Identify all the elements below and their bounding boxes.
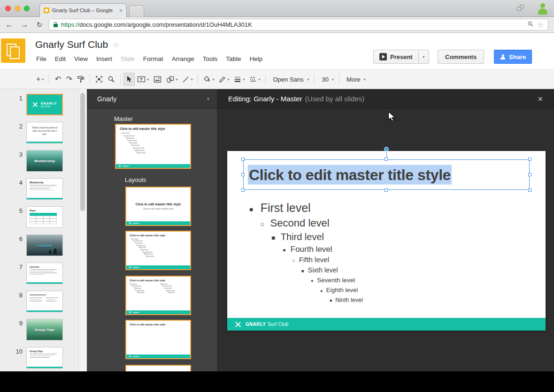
new-tab-button[interactable] — [129, 5, 144, 17]
star-document-icon[interactable]: ☆ — [113, 41, 119, 49]
window-close-button[interactable] — [5, 6, 11, 11]
slide-thumbnail-row-10[interactable]: 10 Group Trips — [0, 347, 78, 369]
more-options-dropdown[interactable]: More ▾ — [342, 73, 368, 86]
master-title-text[interactable]: Click to edit master title style — [248, 166, 452, 183]
font-family-dropdown[interactable]: Open Sans ▾ — [269, 73, 311, 86]
slide-thumbnail-row-8[interactable]: 8 — [0, 291, 78, 313]
slide-6-thumbnail[interactable]: Lessons — [26, 234, 63, 256]
url-omnibox[interactable]: https://docs.google.com/a/google.com/pre… — [49, 19, 548, 30]
forward-button[interactable]: → — [19, 20, 30, 30]
menu-tools[interactable]: Tools — [199, 53, 222, 64]
undo-button[interactable]: ↶ — [52, 73, 63, 86]
body-placeholder[interactable]: ●First level ○Second level ■Third level … — [227, 201, 541, 305]
present-button[interactable]: Present — [373, 50, 419, 64]
share-person-icon — [500, 54, 506, 60]
resize-handle-middle-right[interactable] — [528, 173, 531, 176]
zoom-fit-button[interactable] — [93, 73, 105, 86]
menu-help[interactable]: Help — [245, 53, 267, 64]
layout-thumbnail-title[interactable]: Click to edit master title style Click t… — [125, 187, 191, 226]
slide-8-thumbnail[interactable] — [26, 291, 63, 312]
slide-thumbnail-row-1[interactable]: 1 GNARLY Surf Club — [0, 94, 78, 116]
layout-thumbnail-title-body[interactable]: Click to edit master title style First l… — [125, 231, 191, 270]
resize-handle-top-middle[interactable] — [385, 158, 388, 161]
menu-file[interactable]: File — [32, 53, 51, 64]
comments-button[interactable]: Comments — [438, 50, 484, 64]
back-button[interactable]: ← — [4, 20, 15, 30]
slide-thumbnail-row-7[interactable]: 7 Lessons — [0, 263, 78, 285]
menu-view[interactable]: View — [70, 53, 92, 64]
rotation-handle[interactable] — [384, 147, 389, 151]
resize-handle-middle-left[interactable] — [241, 173, 245, 176]
page-url[interactable]: https://docs.google.com/a/google.com/pre… — [61, 21, 523, 28]
text-line — [30, 187, 54, 188]
resize-handle-top-left[interactable] — [241, 158, 245, 161]
slide-5-thumbnail[interactable]: Plans — [26, 206, 63, 228]
line-tool-button[interactable]: ▾ — [180, 73, 195, 86]
window-resize-icon[interactable] — [517, 5, 524, 11]
present-options-dropdown[interactable]: ▾ — [419, 50, 429, 64]
resize-handle-top-right[interactable] — [528, 158, 531, 161]
slide-thumbnail-row-5[interactable]: 5 Plans — [0, 206, 78, 228]
window-minimize-button[interactable] — [15, 6, 20, 11]
slide-7-thumbnail[interactable]: Lessons — [26, 263, 63, 284]
master-thumbnail[interactable]: Click to edit master title style First l… — [115, 124, 191, 169]
line-dash-button[interactable]: ▾ — [247, 73, 262, 86]
line-color-button[interactable]: ▾ — [216, 73, 231, 86]
theme-selector[interactable]: Gnarly ▾ — [87, 89, 217, 109]
text-line — [30, 185, 57, 186]
resize-handle-bottom-left[interactable] — [241, 188, 245, 192]
slide-10-thumbnail[interactable]: Group Trips — [26, 347, 63, 369]
font-size-dropdown[interactable]: 30 ▾ — [317, 73, 336, 86]
screen: Gnarly Surf Club – Google × ← → ↻ https:… — [0, 0, 554, 392]
slide-thumbnail-row-3[interactable]: 3 Membership — [0, 150, 78, 172]
menu-format[interactable]: Format — [139, 53, 168, 64]
menu-table[interactable]: Table — [222, 53, 245, 64]
reload-button[interactable]: ↻ — [34, 21, 45, 29]
browser-tab[interactable]: Gnarly Surf Club – Google × — [39, 3, 127, 17]
text-line — [30, 190, 54, 191]
tab-close-icon[interactable]: × — [119, 8, 123, 14]
google-slides-logo-icon[interactable] — [1, 38, 25, 63]
slide-thumbnail-row-6[interactable]: 6 Lessons — [0, 234, 78, 256]
menu-arrange[interactable]: Arrange — [168, 53, 199, 64]
insert-image-button[interactable] — [151, 73, 164, 86]
select-tool-button[interactable] — [123, 73, 135, 86]
new-slide-button[interactable]: + ▾ — [34, 73, 46, 86]
title-placeholder-selected[interactable]: Click to edit master title style — [243, 159, 530, 190]
line-weight-button[interactable]: ▾ — [231, 73, 247, 86]
layout-thumbnail-two-columns[interactable]: Click to edit master title style First l… — [125, 276, 191, 315]
window-zoom-button[interactable] — [24, 6, 30, 11]
layout-thumbnail-title-only[interactable]: Click to edit master title style GNARLY — [125, 320, 191, 359]
shape-tool-button[interactable]: ▾ — [164, 73, 180, 86]
dropdown-caret-icon: ▾ — [227, 77, 229, 82]
profile-avatar-icon[interactable] — [537, 2, 549, 15]
slide-thumbnail-row-2[interactable]: 2 "Waves travel thousands of miles. Don'… — [0, 122, 78, 144]
text-box-tool-button[interactable]: ▾ — [135, 73, 151, 86]
resize-handle-bottom-middle[interactable] — [385, 188, 388, 192]
close-master-editor-icon[interactable]: × — [538, 95, 543, 103]
slide-4-thumbnail[interactable]: Membership — [26, 178, 63, 200]
slide-thumbnail-row-4[interactable]: 4 Membership — [0, 178, 78, 200]
layout-thumbnail-clipped[interactable] — [125, 365, 191, 371]
fill-color-button[interactable]: ▾ — [201, 73, 216, 86]
menu-edit[interactable]: Edit — [51, 53, 70, 64]
toolbar-separator — [198, 74, 198, 84]
master-slide-canvas[interactable]: Click to edit master title style ●First … — [227, 151, 546, 331]
resize-handle-bottom-right[interactable] — [528, 188, 531, 192]
bookmark-star-icon[interactable]: ☆ — [538, 21, 544, 29]
zoom-magnifier-icon[interactable] — [527, 21, 534, 29]
slide-thumbnail-row-9[interactable]: 9 Group Trips — [0, 319, 78, 341]
zoom-button[interactable] — [105, 73, 117, 86]
filmstrip-scrollbar[interactable] — [78, 89, 87, 371]
menu-insert[interactable]: Insert — [92, 53, 116, 64]
share-button[interactable]: Share — [494, 50, 532, 64]
slide-2-thumbnail[interactable]: "Waves travel thousands of miles. Don't … — [26, 122, 63, 143]
slide-9-thumbnail[interactable]: Group Trips — [26, 319, 63, 340]
scrollbar-thumb[interactable] — [80, 93, 85, 211]
slide-3-thumbnail[interactable]: Membership — [26, 150, 63, 172]
document-title[interactable]: Gnarly Surf Club — [35, 39, 108, 50]
redo-button[interactable]: ↷ — [63, 73, 75, 86]
slide-number: 5 — [12, 207, 23, 214]
slide-1-thumbnail[interactable]: GNARLY Surf Club — [26, 94, 63, 115]
paint-format-button[interactable] — [75, 73, 87, 86]
